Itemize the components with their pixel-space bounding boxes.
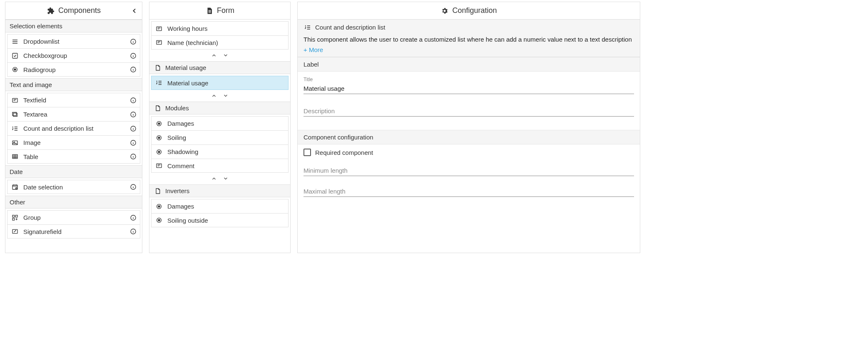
config-component-name: Count and description list	[315, 24, 385, 31]
component-textarea[interactable]: Textarea	[7, 107, 140, 121]
document-icon	[205, 7, 214, 15]
more-link[interactable]: + More	[303, 46, 323, 53]
info-icon[interactable]	[130, 97, 137, 104]
component-label: Checkboxgroup	[23, 52, 126, 59]
component-image[interactable]: Image	[7, 135, 140, 149]
form-item-soiling[interactable]: Soiling	[151, 130, 289, 144]
numbered-list-icon	[155, 80, 163, 86]
component-label: Dropdownlist	[23, 38, 126, 45]
component-label: Radiogroup	[23, 66, 126, 73]
image-icon	[11, 139, 19, 146]
component-date-selection[interactable]: Date selection	[7, 180, 140, 194]
form-item-inv-soiling-outside[interactable]: Soiling outside	[151, 213, 289, 227]
form-item-name-technician[interactable]: Name (technician)	[151, 35, 289, 50]
component-signaturefield[interactable]: Signaturefield	[7, 224, 140, 239]
max-length-input[interactable]	[303, 186, 634, 197]
form-item-damages[interactable]: Damages	[151, 116, 289, 130]
svg-rect-1	[12, 53, 17, 58]
title-field-label: Title	[303, 77, 634, 82]
svg-rect-20	[12, 215, 15, 217]
group-header-text-image: Text and image	[5, 78, 142, 91]
page-icon	[154, 105, 162, 112]
component-countlist[interactable]: Count and description list	[7, 121, 140, 135]
component-label: Image	[23, 139, 126, 146]
section-label: Modules	[165, 104, 189, 112]
collapse-components-icon[interactable]	[131, 7, 138, 14]
svg-rect-22	[12, 218, 15, 220]
component-radiogroup[interactable]: Radiogroup	[7, 62, 140, 77]
group-header-other: Other	[5, 196, 142, 209]
svg-point-31	[158, 137, 160, 139]
info-icon[interactable]	[130, 214, 137, 221]
form-item-label: Damages	[167, 120, 194, 127]
signature-icon	[11, 228, 19, 235]
form-panel-body[interactable]: Working hours Name (technician) Material…	[149, 20, 290, 253]
info-icon[interactable]	[130, 139, 137, 146]
textfield-icon	[155, 25, 163, 32]
component-textfield[interactable]: Textfield	[7, 93, 140, 107]
section-label: Inverters	[165, 187, 189, 194]
svg-point-36	[158, 206, 160, 207]
form-item-material-usage[interactable]: Material usage	[151, 76, 289, 90]
component-label: Signaturefield	[23, 228, 126, 235]
info-icon[interactable]	[130, 228, 137, 235]
components-panel-body[interactable]: Selection elements Dropdownlist Checkbox…	[5, 20, 142, 253]
gear-icon	[440, 7, 449, 15]
move-up-icon[interactable]	[211, 53, 217, 58]
form-section-modules[interactable]: Modules	[149, 102, 290, 114]
info-icon[interactable]	[130, 153, 137, 160]
numbered-list-icon	[11, 125, 19, 132]
calendar-icon	[11, 184, 19, 190]
required-checkbox[interactable]	[303, 149, 311, 156]
form-item-label: Soiling	[167, 134, 186, 141]
group-header-date: Date	[5, 165, 142, 178]
radio-icon	[155, 203, 163, 210]
component-group[interactable]: Group	[7, 210, 140, 224]
table-icon	[11, 153, 19, 160]
component-label: Textarea	[23, 111, 126, 118]
form-section-material-usage[interactable]: Material usage	[149, 61, 290, 74]
form-item-shadowing[interactable]: Shadowing	[151, 144, 289, 159]
form-item-label: Material usage	[167, 80, 208, 87]
form-item-comment[interactable]: Comment	[151, 159, 289, 173]
info-icon[interactable]	[130, 66, 137, 73]
group-header-selection: Selection elements	[5, 20, 142, 32]
configuration-panel-header: Configuration	[298, 2, 640, 20]
component-dropdownlist[interactable]: Dropdownlist	[7, 34, 140, 48]
form-item-label: Shadowing	[167, 148, 198, 155]
component-table[interactable]: Table	[7, 149, 140, 164]
hamburger-icon	[11, 38, 19, 45]
config-section-component: Component configuration	[298, 130, 640, 144]
configuration-panel-body[interactable]: Count and description list This componen…	[298, 20, 640, 253]
title-input[interactable]	[303, 83, 634, 94]
components-title: Components	[58, 6, 101, 15]
numbered-list-icon	[303, 24, 312, 31]
min-length-input[interactable]	[303, 165, 634, 176]
form-item-inv-damages[interactable]: Damages	[151, 199, 289, 213]
description-input[interactable]	[303, 106, 634, 117]
config-section-label: Label	[298, 57, 640, 72]
radio-icon	[11, 66, 19, 73]
info-icon[interactable]	[130, 52, 137, 59]
component-label: Count and description list	[23, 125, 126, 132]
info-icon[interactable]	[130, 111, 137, 118]
move-down-icon[interactable]	[222, 93, 229, 98]
form-item-working-hours[interactable]: Working hours	[151, 21, 289, 35]
radio-icon	[155, 134, 163, 141]
section-label: Material usage	[165, 64, 206, 71]
move-up-icon[interactable]	[211, 176, 217, 181]
move-down-icon[interactable]	[222, 176, 229, 181]
component-checkboxgroup[interactable]: Checkboxgroup	[7, 48, 140, 62]
info-icon[interactable]	[130, 38, 137, 45]
info-icon[interactable]	[130, 125, 137, 132]
form-section-inverters[interactable]: Inverters	[149, 184, 290, 197]
configuration-title: Configuration	[452, 6, 497, 15]
info-icon[interactable]	[130, 184, 137, 190]
textfield-icon	[155, 39, 163, 46]
move-up-icon[interactable]	[211, 93, 217, 98]
move-down-icon[interactable]	[222, 53, 229, 58]
form-item-label: Damages	[167, 203, 194, 210]
textarea-icon	[11, 111, 19, 118]
form-panel: Form Working hours Name (technician) Mat	[149, 2, 291, 253]
svg-rect-15	[12, 154, 17, 158]
